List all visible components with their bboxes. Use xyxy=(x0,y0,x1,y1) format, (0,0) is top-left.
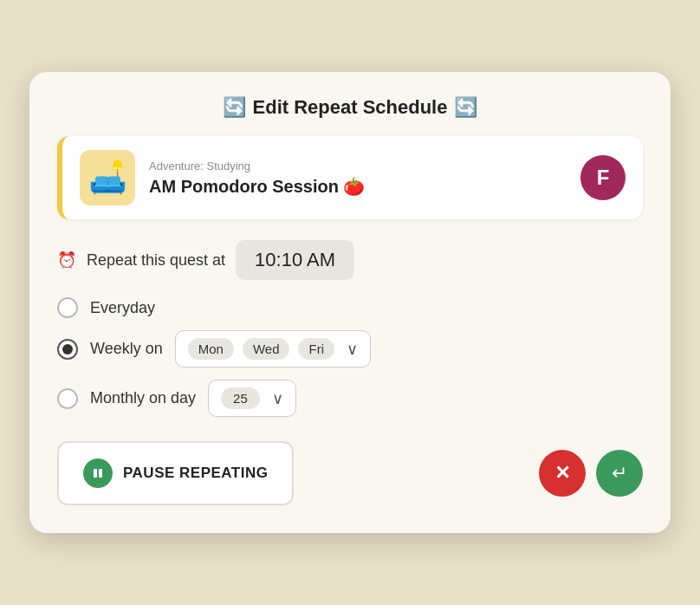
task-info: Adventure: Studying AM Pomodoro Session … xyxy=(149,159,567,197)
monthly-day-dropdown[interactable]: 25 ∨ xyxy=(208,380,296,417)
radio-everyday[interactable] xyxy=(57,297,78,318)
cancel-button[interactable]: ✕ xyxy=(539,450,586,497)
edit-repeat-modal: 🔄 Edit Repeat Schedule 🔄 🛋️ Adventure: S… xyxy=(29,72,671,533)
task-adventure: Adventure: Studying xyxy=(149,159,567,172)
radio-weekly-inner xyxy=(62,344,73,355)
chevron-down-icon-monthly: ∨ xyxy=(272,389,283,408)
radio-monthly[interactable] xyxy=(57,388,78,409)
monthly-day-number: 25 xyxy=(221,387,260,409)
weekly-days-dropdown[interactable]: Mon Wed Fri ∨ xyxy=(175,330,371,368)
chevron-down-icon: ∨ xyxy=(347,340,358,359)
action-buttons: ✕ ↵ xyxy=(539,450,643,497)
task-card: 🛋️ Adventure: Studying AM Pomodoro Sessi… xyxy=(57,136,643,219)
day-chip-wed: Wed xyxy=(243,338,290,360)
repeat-icon-left: 🔄 xyxy=(223,96,246,119)
repeat-label: Repeat this quest at xyxy=(87,251,225,270)
repeat-options: Everyday Weekly on Mon Wed Fri ∨ Monthly… xyxy=(57,297,643,417)
confirm-icon: ↵ xyxy=(612,462,627,485)
everyday-label: Everyday xyxy=(90,299,155,317)
day-chip-fri: Fri xyxy=(298,338,334,360)
modal-title: 🔄 Edit Repeat Schedule 🔄 xyxy=(57,96,643,119)
modal-title-text: Edit Repeat Schedule xyxy=(253,96,448,119)
option-weekly[interactable]: Weekly on Mon Wed Fri ∨ xyxy=(57,330,643,368)
weekly-label: Weekly on xyxy=(90,340,163,358)
bottom-row: PAUSE REPEATING ✕ ↵ xyxy=(57,441,643,505)
day-chip-mon: Mon xyxy=(188,338,234,360)
avatar: F xyxy=(580,155,625,200)
svg-rect-1 xyxy=(99,469,102,478)
option-everyday[interactable]: Everyday xyxy=(57,297,643,318)
svg-rect-0 xyxy=(94,469,97,478)
cancel-icon: ✕ xyxy=(554,462,570,485)
clock-icon: ⏰ xyxy=(57,250,76,270)
task-thumbnail: 🛋️ xyxy=(80,150,135,205)
radio-weekly[interactable] xyxy=(57,339,78,360)
task-name: AM Pomodoro Session 🍅 xyxy=(149,176,567,197)
pause-button-label: PAUSE REPEATING xyxy=(123,465,268,482)
pause-icon xyxy=(83,459,113,488)
option-monthly[interactable]: Monthly on day 25 ∨ xyxy=(57,380,643,417)
repeat-icon-right: 🔄 xyxy=(454,96,477,119)
repeat-time-row: ⏰ Repeat this quest at 10:10 AM xyxy=(57,240,643,280)
pause-repeating-button[interactable]: PAUSE REPEATING xyxy=(57,441,294,505)
confirm-button[interactable]: ↵ xyxy=(596,450,643,497)
time-display[interactable]: 10:10 AM xyxy=(236,240,354,280)
monthly-label: Monthly on day xyxy=(90,389,196,407)
